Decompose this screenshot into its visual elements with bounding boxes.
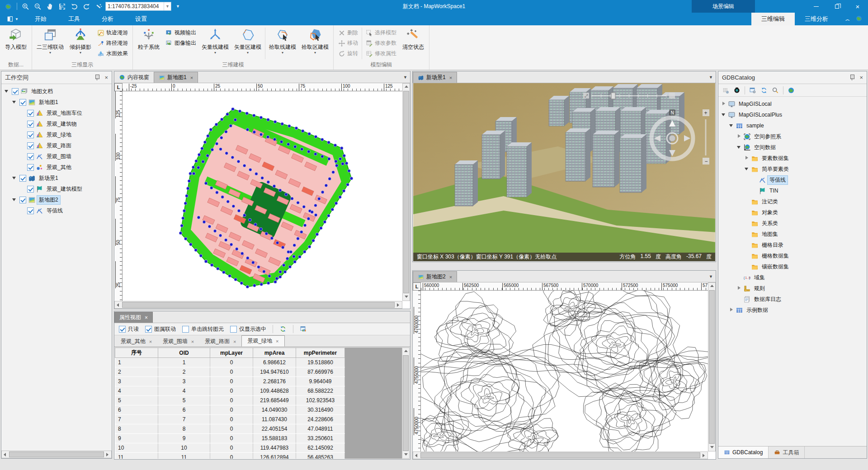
layer-checkbox[interactable] — [27, 164, 34, 171]
collapse-expander-icon[interactable] — [4, 89, 9, 94]
layer-checkbox[interactable] — [27, 186, 34, 193]
checkbox[interactable] — [230, 326, 237, 333]
tree-item[interactable]: 景观_建筑模型 — [1, 183, 112, 194]
checkbox[interactable] — [119, 326, 126, 333]
tree-item[interactable]: 景观_地面车位 — [1, 108, 112, 118]
option-图属联动[interactable]: 图属联动 — [145, 325, 176, 333]
scene-tab[interactable]: 新场景1 × — [413, 72, 457, 83]
map2-tab[interactable]: 新地图2 × — [413, 271, 457, 282]
dropdown-arrow-icon[interactable]: ▾ — [247, 51, 249, 55]
ribbon-tab-开始[interactable]: 开始 — [24, 13, 57, 25]
expand-expander-icon[interactable] — [729, 307, 734, 313]
tree-item[interactable]: 数据库日志 — [718, 294, 867, 305]
pin-icon[interactable] — [850, 75, 854, 80]
tree-item[interactable]: 栅格目录 — [718, 240, 867, 250]
mode-tab-三维编辑[interactable]: 三维编辑 — [751, 13, 795, 25]
context-tab-scene-edit[interactable]: 场景编辑 — [692, 0, 755, 13]
table-row[interactable]: 88022.40515447.048911 — [115, 424, 345, 434]
tab-list-dropdown-icon[interactable]: ▼ — [709, 274, 713, 279]
layer-tab-景观_绿地[interactable]: 景观_绿地× — [241, 335, 284, 347]
tree-item[interactable]: MapGISLocalPlus — [718, 109, 867, 120]
tree-item[interactable]: 新地图2 — [1, 194, 112, 205]
close-tab-icon[interactable]: × — [149, 339, 152, 344]
column-header-OID[interactable]: OID — [158, 348, 210, 358]
tree-item[interactable]: 等值线 — [1, 205, 112, 216]
table-row[interactable]: 440109.44862868.588222 — [115, 386, 345, 396]
column-header-mpPerimeter[interactable]: mpPerimeter — [296, 348, 345, 358]
collapse-expander-icon[interactable] — [12, 175, 17, 181]
map1-horizontal-scrollbar[interactable] — [114, 301, 402, 309]
tree-item[interactable]: TIN — [718, 185, 867, 196]
scroll-right-icon[interactable] — [701, 452, 708, 459]
tree-item[interactable]: 镶嵌数据集 — [718, 261, 867, 272]
scroll-up-icon[interactable] — [402, 348, 409, 355]
tree-item[interactable]: 简单要素类 — [718, 164, 867, 174]
拾取线建模-button[interactable]: 拾取线建模▾ — [266, 26, 299, 59]
tab-list-dropdown-icon[interactable]: ▼ — [403, 75, 407, 80]
矢量区建模-button[interactable]: 矢量区建模▾ — [231, 26, 264, 59]
collapse-expander-icon[interactable] — [721, 112, 726, 118]
table-config-icon[interactable] — [300, 325, 307, 333]
column-header-序号[interactable]: 序号 — [115, 348, 158, 358]
close-button[interactable]: × — [847, 0, 868, 13]
layer-checkbox[interactable] — [27, 132, 34, 138]
tree-item[interactable]: 等值线 — [718, 174, 867, 185]
选择模型-button[interactable]: 选择模型 — [363, 28, 399, 38]
ribbon-tab-分析[interactable]: 分析 — [91, 13, 124, 25]
tree-item[interactable]: 地图文档 — [1, 86, 112, 97]
add-db-icon[interactable] — [722, 87, 729, 94]
close-panel-icon[interactable]: × — [104, 75, 108, 80]
close-tab-icon[interactable]: × — [190, 75, 193, 80]
scroll-up-icon[interactable] — [708, 283, 715, 290]
tree-item[interactable]: 景观_路面 — [1, 140, 112, 151]
toolbar-options-dropdown-icon[interactable]: ▼ — [176, 4, 180, 9]
tree-item[interactable]: 注记类 — [718, 196, 867, 207]
tree-item[interactable]: 新地图1 — [1, 97, 112, 108]
scale-input[interactable] — [106, 2, 164, 10]
拾取区建模-button[interactable]: 拾取区建模▾ — [299, 26, 331, 59]
tree-item[interactable]: 景观_建筑物 — [1, 118, 112, 129]
collapse-expander-icon[interactable] — [12, 197, 17, 202]
路径漫游-button[interactable]: 路径漫游 — [94, 38, 131, 48]
tree-item[interactable]: 规则 — [718, 283, 867, 294]
document-tab-内容视窗[interactable]: 内容视窗 — [114, 72, 154, 83]
scroll-left-icon[interactable] — [2, 451, 9, 458]
scroll-down-icon[interactable] — [708, 444, 715, 451]
tree-item[interactable]: 示例数据 — [718, 305, 867, 315]
tree-item[interactable]: 新场景1 — [1, 173, 112, 183]
expand-expander-icon[interactable] — [721, 101, 726, 107]
restore-button[interactable] — [826, 0, 847, 13]
layer-checkbox[interactable] — [27, 153, 34, 160]
close-tab-icon[interactable]: × — [191, 339, 194, 344]
option-单击跳转图元[interactable]: 单击跳转图元 — [182, 325, 224, 333]
close-tab-icon[interactable]: × — [276, 338, 278, 344]
ribbon-tab-设置[interactable]: 设置 — [124, 13, 158, 25]
scroll-left-icon[interactable] — [413, 452, 420, 459]
dropdown-arrow-icon[interactable]: ▾ — [314, 51, 316, 55]
轨迹漫游-button[interactable]: 轨迹漫游 — [94, 28, 131, 38]
scroll-down-icon[interactable] — [402, 451, 409, 458]
tree-item[interactable]: 景观_绿地 — [1, 129, 112, 140]
layer-checkbox[interactable] — [19, 197, 26, 203]
minimize-button[interactable] — [806, 0, 826, 13]
view-set-icon[interactable] — [749, 87, 756, 94]
tree-item[interactable]: 关系类 — [718, 218, 867, 229]
图像输出-button[interactable]: 图像输出 — [163, 38, 199, 48]
tree-item[interactable]: sample — [718, 120, 867, 131]
修改属性-button[interactable]: 修改属性 — [363, 48, 399, 59]
search-icon[interactable] — [772, 87, 779, 94]
tab-list-dropdown-icon[interactable]: ▼ — [709, 75, 713, 80]
pin-icon[interactable] — [95, 75, 99, 80]
globe-icon[interactable] — [788, 87, 795, 94]
table-row[interactable]: 10100119.44798362.145092 — [115, 443, 345, 453]
layer-tab-景观_其他[interactable]: 景观_其他× — [115, 336, 157, 347]
map1-canvas[interactable] — [123, 91, 402, 301]
application-menu-button[interactable]: ▼ — [0, 15, 24, 23]
column-header-mpLayer[interactable]: mpLayer — [210, 348, 253, 358]
option-仅显示选中[interactable]: 仅显示选中 — [230, 325, 266, 333]
scale-dropdown-icon[interactable]: ▼ — [164, 2, 171, 10]
mode-tab-三维分析[interactable]: 三维分析 — [795, 13, 838, 25]
scroll-right-icon[interactable] — [104, 451, 111, 458]
ribbon-tab-工具[interactable]: 工具 — [57, 13, 91, 25]
collapse-ribbon-icon[interactable]: ︿ — [845, 16, 850, 23]
